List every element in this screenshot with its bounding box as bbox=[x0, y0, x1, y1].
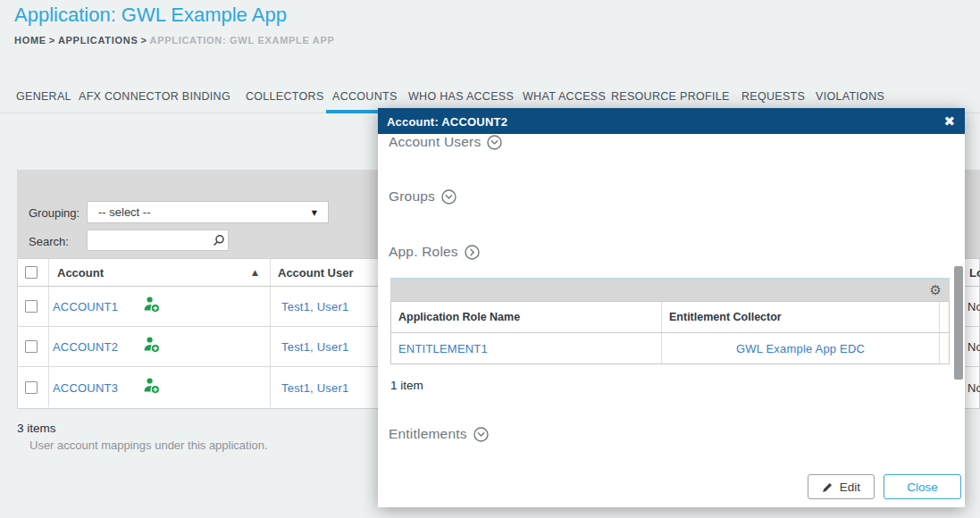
select-all-checkbox[interactable] bbox=[25, 266, 38, 279]
application-role-link[interactable]: ENTITLEMENT1 bbox=[398, 342, 488, 355]
section-label: Account Users bbox=[389, 134, 481, 150]
section-groups[interactable]: Groups bbox=[389, 188, 456, 205]
chevron-down-circle-icon[interactable] bbox=[473, 427, 489, 442]
accounts-table-description: User account mappings under this applica… bbox=[29, 439, 268, 452]
breadcrumb-separator: > bbox=[49, 35, 55, 46]
gear-icon[interactable]: ⚙ bbox=[930, 282, 942, 298]
section-entitlements[interactable]: Entitlements bbox=[389, 426, 489, 442]
chevron-down-circle-icon[interactable] bbox=[487, 135, 502, 150]
close-button-label: Close bbox=[907, 480, 938, 494]
account-detail-modal: Account: ACCOUNT2 ✖ Account Users Groups… bbox=[378, 108, 965, 507]
breadcrumb-current: APPLICATION: GWL EXAMPLE APP bbox=[150, 35, 335, 46]
breadcrumb-applications[interactable]: APPLICATIONS bbox=[58, 35, 138, 46]
app-roles-items-count: 1 item bbox=[390, 379, 423, 392]
account-link[interactable]: ACCOUNT3 bbox=[53, 380, 118, 394]
search-box bbox=[87, 230, 229, 251]
column-header-locked[interactable]: Locked bbox=[969, 266, 980, 280]
dropdown-caret-icon: ▼ bbox=[312, 203, 317, 223]
app-roles-table: ⚙ Application Role Name Entitlement Coll… bbox=[390, 278, 950, 364]
search-label: Search: bbox=[29, 235, 69, 248]
account-user-link[interactable]: Test1, User1 bbox=[281, 380, 348, 394]
app-roles-grid: Application Role Name Entitlement Collec… bbox=[390, 301, 950, 364]
grouping-select[interactable]: -- select -- ▼ bbox=[87, 201, 329, 223]
section-label: Entitlements bbox=[389, 426, 467, 442]
column-header-application-role-name[interactable]: Application Role Name bbox=[398, 311, 520, 323]
user-add-icon[interactable] bbox=[143, 336, 161, 358]
modal-title: Account: ACCOUNT2 bbox=[387, 114, 507, 128]
column-header-account-user[interactable]: Account User bbox=[278, 266, 354, 280]
locked-value: No bbox=[967, 300, 980, 313]
edit-button-label: Edit bbox=[840, 480, 860, 494]
account-user-link[interactable]: Test1, User1 bbox=[281, 340, 348, 354]
entitlement-collector-link[interactable]: GWL Example App EDC bbox=[736, 342, 865, 355]
section-app-roles[interactable]: App. Roles bbox=[389, 244, 480, 260]
row-checkbox[interactable] bbox=[25, 381, 38, 394]
section-account-users[interactable]: Account Users bbox=[389, 134, 502, 150]
accounts-items-count: 3 items bbox=[17, 422, 56, 435]
modal-header: Account: ACCOUNT2 ✖ bbox=[378, 108, 965, 134]
account-user-link[interactable]: Test1, User1 bbox=[281, 300, 348, 313]
tab-general[interactable]: GENERAL bbox=[16, 80, 71, 113]
grouping-label: Grouping: bbox=[29, 206, 80, 220]
locked-value: No bbox=[967, 380, 980, 394]
sort-ascending-icon[interactable]: ▲ bbox=[252, 268, 258, 277]
row-checkbox[interactable] bbox=[25, 300, 38, 313]
chevron-right-circle-icon[interactable] bbox=[465, 245, 480, 260]
breadcrumb-separator: > bbox=[140, 35, 147, 46]
grouping-selected-value: -- select -- bbox=[98, 205, 151, 219]
page-title: Application: GWL Example App bbox=[14, 4, 287, 27]
breadcrumb-home[interactable]: HOME bbox=[14, 35, 46, 46]
chevron-down-circle-icon[interactable] bbox=[441, 189, 456, 205]
tab-afx-connector-binding[interactable]: AFX CONNECTOR BINDING bbox=[79, 80, 230, 113]
tab-collectors[interactable]: COLLECTORS bbox=[246, 80, 324, 113]
user-add-icon[interactable] bbox=[143, 296, 161, 318]
app-roles-row: ENTITLEMENT1 GWL Example App EDC bbox=[391, 333, 949, 363]
app-roles-header-row: Application Role Name Entitlement Collec… bbox=[391, 302, 949, 333]
search-input[interactable] bbox=[88, 230, 211, 250]
section-label: App. Roles bbox=[389, 244, 458, 260]
close-icon[interactable]: ✖ bbox=[943, 113, 955, 130]
column-header-entitlement-collector[interactable]: Entitlement Collector bbox=[669, 311, 782, 323]
scrollbar-thumb[interactable] bbox=[954, 266, 963, 380]
row-checkbox[interactable] bbox=[25, 340, 38, 353]
account-link[interactable]: ACCOUNT2 bbox=[53, 340, 118, 354]
locked-value: No bbox=[967, 340, 980, 354]
section-label: Groups bbox=[389, 188, 435, 205]
account-link[interactable]: ACCOUNT1 bbox=[53, 300, 118, 313]
breadcrumb: HOME>APPLICATIONS>APPLICATION: GWL EXAMP… bbox=[14, 35, 335, 46]
column-header-account[interactable]: Account bbox=[57, 266, 104, 280]
user-add-icon[interactable] bbox=[143, 376, 161, 398]
close-button[interactable]: Close bbox=[884, 474, 961, 499]
edit-button[interactable]: Edit bbox=[808, 474, 875, 499]
search-icon[interactable] bbox=[212, 234, 225, 251]
app-roles-table-toolbar: ⚙ bbox=[390, 278, 950, 301]
pencil-icon bbox=[822, 481, 833, 493]
